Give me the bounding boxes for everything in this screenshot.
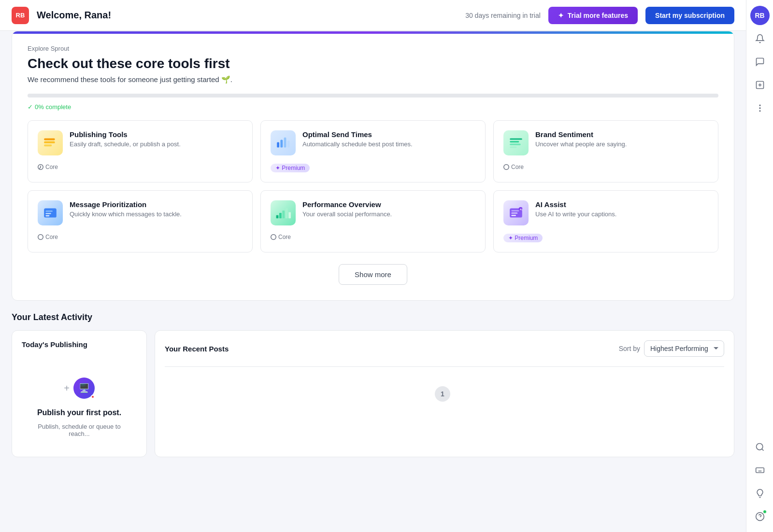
- explore-card: Explore Sprout Check out these core tool…: [12, 31, 734, 301]
- svg-rect-38: [511, 212, 517, 213]
- svg-rect-30: [45, 215, 49, 216]
- svg-rect-34: [286, 208, 288, 218]
- tool-card-message[interactable]: Message Prioritization Quickly know whic…: [28, 190, 253, 252]
- sort-label: Sort by: [619, 345, 640, 352]
- tool-desc-optimal: Automatically schedule best post times.: [302, 140, 413, 148]
- svg-rect-37: [511, 210, 519, 211]
- optimal-icon: [271, 130, 296, 155]
- lightbulb-button[interactable]: [750, 484, 770, 503]
- svg-rect-20: [280, 140, 283, 148]
- svg-rect-18: [44, 144, 52, 146]
- tool-desc-ai: Use AI to write your captions.: [535, 210, 616, 218]
- performance-icon: [271, 200, 296, 225]
- svg-rect-17: [44, 141, 55, 143]
- page-title: Welcome, Rana!: [37, 10, 458, 21]
- progress-bar-container: [28, 94, 718, 98]
- svg-point-3: [759, 105, 760, 106]
- tool-card-performance[interactable]: Performance Overview Your overall social…: [260, 190, 486, 252]
- show-more-container: Show more: [28, 264, 718, 285]
- main-wrapper: RB Welcome, Rana! 30 days remaining in t…: [0, 0, 746, 532]
- trial-features-button[interactable]: ✦ Trial more features: [548, 7, 638, 24]
- trial-text: 30 days remaining in trial: [465, 12, 541, 19]
- svg-point-6: [756, 444, 762, 450]
- recent-posts-card: Your Recent Posts Sort by Highest Perfor…: [155, 330, 734, 457]
- svg-rect-19: [277, 142, 279, 147]
- svg-rect-31: [276, 215, 279, 218]
- svg-rect-21: [284, 138, 286, 148]
- recent-posts-content: 1: [165, 366, 724, 413]
- tool-card-brand[interactable]: Brand Sentiment Uncover what people are …: [493, 120, 718, 182]
- right-sidebar: RB: [746, 0, 773, 532]
- more-button[interactable]: [750, 98, 770, 118]
- publish-icon-group: + 🖥️: [64, 378, 95, 399]
- brand-icon: [503, 130, 529, 155]
- sort-select[interactable]: Highest Performing Most Recent Lowest Pe…: [644, 340, 724, 357]
- svg-rect-23: [510, 138, 522, 140]
- publish-avatar: 🖥️: [73, 378, 95, 399]
- svg-text:AI: AI: [520, 208, 523, 211]
- publish-cta: + 🖥️ Publish your first post. Publish, s…: [22, 368, 137, 447]
- status-dot: [91, 395, 95, 399]
- svg-rect-35: [288, 212, 291, 218]
- sparkle-icon: ✦: [558, 12, 564, 19]
- messages-button[interactable]: [750, 52, 770, 71]
- explore-label: Explore Sprout: [28, 45, 718, 52]
- show-more-button[interactable]: Show more: [339, 264, 407, 285]
- bell-button[interactable]: [750, 29, 770, 48]
- tool-desc-brand: Uncover what people are saying.: [535, 140, 627, 148]
- tool-card-publishing[interactable]: Publishing Tools Easily draft, schedule,…: [28, 120, 253, 182]
- todays-publishing-card: Today's Publishing + 🖥️ Publish your fir…: [12, 330, 147, 457]
- search-button[interactable]: [750, 437, 770, 457]
- svg-rect-16: [44, 138, 55, 140]
- help-button[interactable]: [750, 507, 770, 526]
- svg-rect-26: [510, 146, 516, 148]
- tool-card-ai[interactable]: AI AI Assist Use AI to write your captio…: [493, 190, 718, 252]
- svg-rect-24: [510, 141, 519, 142]
- explore-title: Check out these core tools first: [28, 56, 718, 71]
- tool-name-message: Message Prioritization: [70, 200, 182, 209]
- svg-point-4: [759, 108, 760, 109]
- start-subscription-button[interactable]: Start my subscription: [645, 7, 734, 24]
- content-area: Explore Sprout Check out these core tool…: [0, 31, 746, 469]
- svg-line-7: [761, 449, 763, 451]
- tool-badge-performance: Core: [271, 234, 291, 240]
- ai-icon: AI: [503, 200, 529, 225]
- publish-cta-sub: Publish, schedule or queue to reach...: [31, 423, 127, 437]
- svg-rect-39: [511, 215, 516, 216]
- tool-badge-brand: Core: [503, 164, 524, 170]
- svg-rect-29: [45, 213, 51, 214]
- publish-cta-title: Publish your first post.: [37, 408, 121, 417]
- svg-rect-32: [279, 213, 282, 218]
- tool-desc-publishing: Easily draft, schedule, or publish a pos…: [70, 140, 181, 148]
- recent-posts-header: Your Recent Posts Sort by Highest Perfor…: [165, 340, 724, 357]
- svg-rect-22: [287, 140, 290, 147]
- explore-subtitle: We recommend these tools for someone jus…: [28, 75, 718, 84]
- tool-name-optimal: Optimal Send Times: [302, 130, 413, 139]
- latest-activity-section: Your Latest Activity Today's Publishing …: [12, 312, 734, 457]
- recent-posts-empty: 1: [165, 375, 724, 413]
- tool-name-ai: AI Assist: [535, 200, 616, 209]
- svg-point-5: [759, 111, 760, 112]
- logo: RB: [12, 7, 29, 24]
- tool-desc-message: Quickly know which messages to tackle.: [70, 210, 182, 218]
- user-avatar-btn[interactable]: RB: [750, 6, 770, 25]
- tool-name-performance: Performance Overview: [302, 200, 392, 209]
- tool-badge-message: Core: [38, 234, 58, 240]
- activity-grid: Today's Publishing + 🖥️ Publish your fir…: [12, 330, 734, 457]
- progress-label: ✓ 0% complete: [28, 103, 718, 111]
- tool-name-publishing: Publishing Tools: [70, 130, 181, 139]
- recent-posts-title: Your Recent Posts: [165, 345, 229, 353]
- compose-button[interactable]: [750, 75, 770, 95]
- activity-title: Your Latest Activity: [12, 312, 734, 322]
- keyboard-button[interactable]: [750, 461, 770, 480]
- tools-grid: Publishing Tools Easily draft, schedule,…: [28, 120, 718, 252]
- svg-rect-33: [282, 210, 285, 218]
- svg-rect-28: [45, 210, 52, 211]
- message-icon-tool: [38, 200, 63, 225]
- publishing-card-title: Today's Publishing: [22, 340, 137, 349]
- svg-rect-8: [756, 468, 764, 473]
- plus-icon: +: [64, 383, 70, 394]
- post-count-badge: 1: [435, 386, 450, 402]
- svg-rect-25: [510, 144, 520, 145]
- tool-card-optimal[interactable]: Optimal Send Times Automatically schedul…: [260, 120, 486, 182]
